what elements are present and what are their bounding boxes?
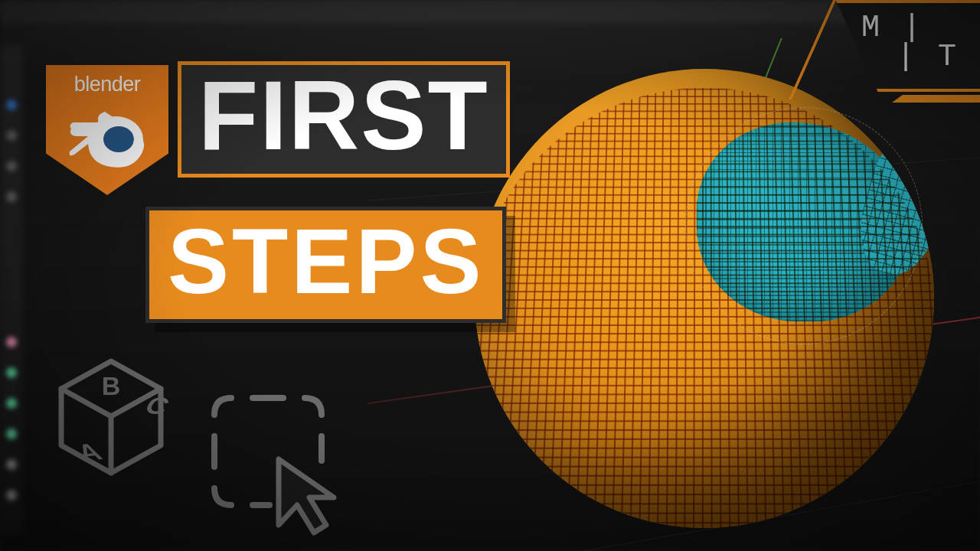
toolbar-dot (6, 337, 17, 347)
blender-label: blender (74, 73, 141, 96)
channel-initial-m: M (861, 11, 882, 45)
toolbar-dot (6, 398, 17, 409)
mesh-sphere (475, 69, 934, 528)
svg-point-1 (103, 126, 134, 152)
channel-logo: M | | T (804, 0, 980, 99)
toolbar-dot (6, 191, 17, 202)
title-text-first: FIRST (198, 67, 489, 165)
toolbar-dot (6, 459, 17, 470)
select-cursor-icon (199, 383, 352, 536)
title-card-steps: STEPS (145, 207, 506, 323)
toolbar-dot (6, 367, 17, 378)
toolbar-dot (6, 161, 17, 171)
title-text-steps: STEPS (168, 215, 484, 307)
blender-logo-icon (65, 101, 149, 170)
toolbar-dot (6, 490, 17, 500)
channel-initial-t: T (938, 40, 959, 74)
blender-badge: blender (46, 65, 168, 195)
title-card-first: FIRST (178, 61, 510, 178)
toolbar-dot (6, 99, 17, 110)
svg-text:B: B (102, 371, 121, 400)
toolbar-dot (6, 130, 17, 141)
abc-cube-icon: B A C (46, 352, 176, 482)
toolbar-dot (6, 429, 17, 439)
